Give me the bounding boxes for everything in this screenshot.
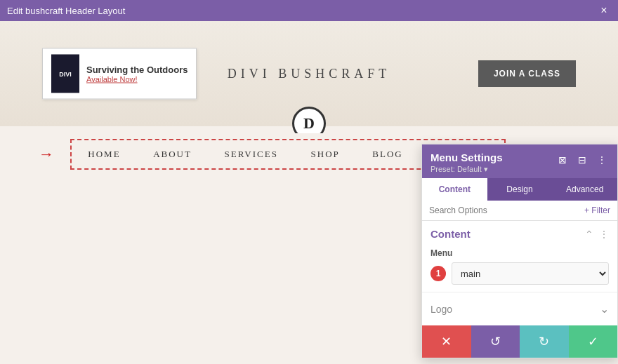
save-button[interactable]: ✓: [569, 325, 618, 358]
panel-title: Menu Settings: [430, 151, 503, 163]
book-info: Surviving the Outdoors Available Now!: [86, 65, 188, 83]
panel-tabs: ContentDesignAdvanced: [422, 178, 617, 201]
book-subtitle[interactable]: Available Now!: [86, 75, 188, 83]
menu-field-row: 1 main: [430, 262, 609, 285]
topbar-title: Edit bushcraft Header Layout: [7, 6, 125, 16]
content-section-header: Content ⌃ ⋮: [430, 228, 609, 240]
book-title: Surviving the Outdoors: [86, 65, 188, 75]
bottom-actions: ✕ ↺ ↻ ✓: [422, 325, 617, 358]
search-input[interactable]: [429, 205, 584, 215]
undo-button[interactable]: ↺: [471, 325, 520, 358]
cancel-button[interactable]: ✕: [422, 325, 471, 358]
search-bar: + Filter: [422, 201, 617, 221]
panel-title-group: Menu Settings Preset: Default ▾: [430, 151, 503, 174]
logo-section-label: Logo: [430, 304, 452, 315]
logo-section[interactable]: Logo ⌄: [422, 292, 617, 325]
nav-item-about[interactable]: ABOUT: [143, 149, 202, 160]
close-icon[interactable]: ×: [597, 4, 611, 18]
settings-panel: Menu Settings Preset: Default ▾ ⊠ ⊟ ⋮ Co…: [421, 144, 618, 358]
arrow-icon: →: [39, 145, 54, 163]
content-section-icons: ⌃ ⋮: [585, 229, 609, 240]
panel-minimize-icon[interactable]: ⊟: [575, 153, 589, 167]
panel-header: Menu Settings Preset: Default ▾ ⊠ ⊟ ⋮: [422, 144, 617, 178]
menu-label: Menu: [430, 248, 609, 258]
tab-advanced[interactable]: Advanced: [552, 178, 617, 201]
panel-preset[interactable]: Preset: Default ▾: [430, 165, 503, 174]
join-class-button[interactable]: JOIN A CLASS: [478, 60, 576, 87]
book-promo: DIVI Surviving the Outdoors Available No…: [42, 48, 197, 100]
book-cover: DIVI: [51, 55, 79, 93]
nav-item-shop[interactable]: SHOP: [301, 149, 350, 160]
menu-badge: 1: [430, 266, 446, 281]
logo-chevron-icon: ⌄: [600, 302, 609, 316]
nav-item-home[interactable]: HOME: [77, 149, 131, 160]
content-section: Content ⌃ ⋮ Menu 1 main: [422, 221, 617, 292]
header-area: DIVI Surviving the Outdoors Available No…: [0, 21, 618, 126]
site-title: DIVI BUSHCRAFT: [228, 67, 391, 81]
panel-icons: ⊠ ⊟ ⋮: [555, 153, 609, 167]
panel-more-icon[interactable]: ⋮: [595, 153, 609, 167]
content-section-title: Content: [430, 228, 471, 240]
nav-item-services[interactable]: SERVICES: [214, 149, 289, 160]
panel-maximize-icon[interactable]: ⊠: [555, 153, 570, 167]
filter-button[interactable]: + Filter: [584, 205, 610, 215]
section-more-icon[interactable]: ⋮: [599, 229, 609, 240]
menu-select[interactable]: main: [452, 262, 609, 285]
collapse-icon[interactable]: ⌃: [585, 229, 593, 240]
tab-design[interactable]: Design: [487, 178, 553, 201]
redo-button[interactable]: ↻: [520, 325, 569, 358]
top-bar: Edit bushcraft Header Layout ×: [0, 0, 618, 21]
tab-content[interactable]: Content: [422, 178, 487, 201]
nav-item-blog[interactable]: BLOG: [362, 149, 413, 160]
